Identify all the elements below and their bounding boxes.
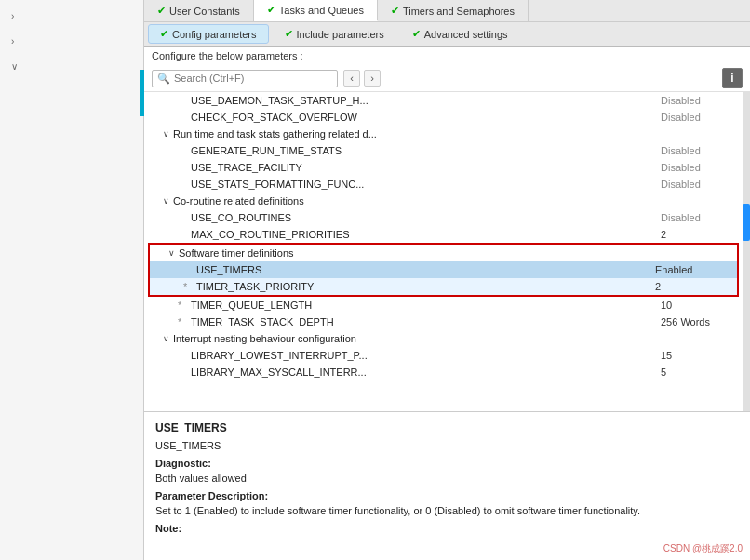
watermark: CSDN @桃成蹊2.0 <box>663 542 743 555</box>
collapse-icon-coroutine: ∨ <box>163 196 169 206</box>
tab-bar-top: ✔ User Constants ✔ Tasks and Queues ✔ Ti… <box>144 0 750 22</box>
group-header-coroutine[interactable]: ∨ Co-routine related definitions <box>144 193 743 209</box>
tab-include-params[interactable]: ✔ Include parameters <box>273 24 396 44</box>
left-sidebar: › › ∨ <box>0 0 144 560</box>
search-icon: 🔍 <box>157 73 170 85</box>
scroll-thumb[interactable] <box>743 204 750 241</box>
tab-user-constants-label: User Constants <box>169 6 240 17</box>
collapse-icon-runtime: ∨ <box>163 129 169 139</box>
desc-subtitle: USE_TIMERS <box>155 438 739 454</box>
group-header-interrupt[interactable]: ∨ Interrupt nesting behaviour configurat… <box>144 330 743 347</box>
description-panel: USE_TIMERS USE_TIMERS Diagnostic: Both v… <box>144 411 750 560</box>
tab-tasks-queues-label: Tasks and Queues <box>279 5 364 16</box>
param-tree: USE_DAEMON_TASK_STARTUP_H... Disabled CH… <box>144 92 743 411</box>
info-button[interactable]: i <box>722 68 743 88</box>
table-row[interactable]: USE_TRACE_FACILITY Disabled <box>144 159 743 176</box>
star-none <box>178 95 187 106</box>
table-row-lowest-interrupt[interactable]: LIBRARY_LOWEST_INTERRUPT_P... 15 <box>144 347 743 364</box>
search-input[interactable] <box>174 73 332 84</box>
desc-param-description: Parameter Description: Set to 1 (Enabled… <box>155 488 739 519</box>
nav-arrows: ‹ › <box>343 70 381 87</box>
desc-title: USE_TIMERS <box>155 420 739 436</box>
main-content: ✔ User Constants ✔ Tasks and Queues ✔ Ti… <box>144 0 750 560</box>
param-desc-value: Set to 1 (Enabled) to include software t… <box>155 505 640 516</box>
check-icon-config: ✔ <box>160 28 168 40</box>
desc-note: Note: <box>155 521 739 537</box>
software-timer-highlight-box: ∨ Software timer definitions USE_TIMERS … <box>148 243 739 297</box>
check-icon-2: ✔ <box>267 4 275 16</box>
note-label: Note: <box>155 523 181 534</box>
tab-include-params-label: Include parameters <box>297 29 384 40</box>
tab-bar-second: ✔ Config parameters ✔ Include parameters… <box>144 22 750 47</box>
table-row-timer-task-stack-depth[interactable]: * TIMER_TASK_STACK_DEPTH 256 Words <box>144 313 743 330</box>
check-icon-3: ✔ <box>391 5 399 17</box>
star-none <box>178 112 187 123</box>
nav-prev-button[interactable]: ‹ <box>343 70 360 87</box>
check-icon-1: ✔ <box>157 5 166 17</box>
desc-diagnostic: Diagnostic: Both values allowed <box>155 456 739 487</box>
tab-advanced-settings[interactable]: ✔ Advanced settings <box>400 24 520 44</box>
tab-config-params-label: Config parameters <box>172 29 257 40</box>
table-row-max-syscall-interr[interactable]: LIBRARY_MAX_SYSCALL_INTERR... 5 <box>144 364 743 380</box>
diagnostic-value: Both values allowed <box>155 473 247 484</box>
tab-tasks-queues[interactable]: ✔ Tasks and Queues <box>254 0 378 21</box>
group-header-software-timer[interactable]: ∨ Software timer definitions <box>150 245 737 261</box>
check-icon-advanced: ✔ <box>412 28 421 40</box>
table-row-use-timers[interactable]: USE_TIMERS Enabled <box>150 261 737 278</box>
collapse-icon-software-timer: ∨ <box>168 248 175 258</box>
table-row-timer-queue-length[interactable]: * TIMER_QUEUE_LENGTH 10 <box>144 297 743 313</box>
sidebar-item-2[interactable]: › <box>0 29 143 54</box>
search-bar: 🔍 ‹ › i <box>144 65 750 92</box>
sidebar-item-1[interactable]: › <box>0 4 143 29</box>
param-desc-label: Parameter Description: <box>155 490 268 501</box>
table-row[interactable]: GENERATE_RUN_TIME_STATS Disabled <box>144 142 743 159</box>
table-row[interactable]: USE_DAEMON_TASK_STARTUP_H... Disabled <box>144 92 743 109</box>
collapse-icon-interrupt: ∨ <box>163 334 169 343</box>
chevron-down-icon: ∨ <box>11 61 18 72</box>
group-header-runtime[interactable]: ∨ Run time and task stats gathering rela… <box>144 126 743 142</box>
table-row[interactable]: CHECK_FOR_STACK_OVERFLOW Disabled <box>144 109 743 126</box>
nav-next-button[interactable]: › <box>364 70 381 87</box>
configure-label: Configure the below parameters : <box>144 47 750 65</box>
scroll-indicator <box>140 70 144 116</box>
diagnostic-label: Diagnostic: <box>155 458 211 469</box>
tab-user-constants[interactable]: ✔ User Constants <box>144 0 254 21</box>
tab-timers-semaphores[interactable]: ✔ Timers and Semaphores <box>378 0 529 21</box>
table-row[interactable]: MAX_CO_ROUTINE_PRIORITIES 2 <box>144 226 743 243</box>
sidebar-item-3[interactable]: ∨ <box>0 54 143 79</box>
table-row[interactable]: USE_CO_ROUTINES Disabled <box>144 209 743 226</box>
tab-advanced-settings-label: Advanced settings <box>424 29 508 40</box>
table-row-timer-task-priority[interactable]: * TIMER_TASK_PRIORITY 2 <box>150 278 737 295</box>
table-row[interactable]: USE_STATS_FORMATTING_FUNC... Disabled <box>144 176 743 193</box>
tab-config-params[interactable]: ✔ Config parameters <box>148 24 269 44</box>
check-icon-include: ✔ <box>285 28 293 40</box>
chevron-right-icon: › <box>11 11 14 21</box>
search-wrapper[interactable]: 🔍 <box>152 70 338 87</box>
tab-timers-semaphores-label: Timers and Semaphores <box>403 6 515 17</box>
right-scrollbar[interactable] <box>743 92 750 411</box>
chevron-right-icon-2: › <box>11 36 14 47</box>
